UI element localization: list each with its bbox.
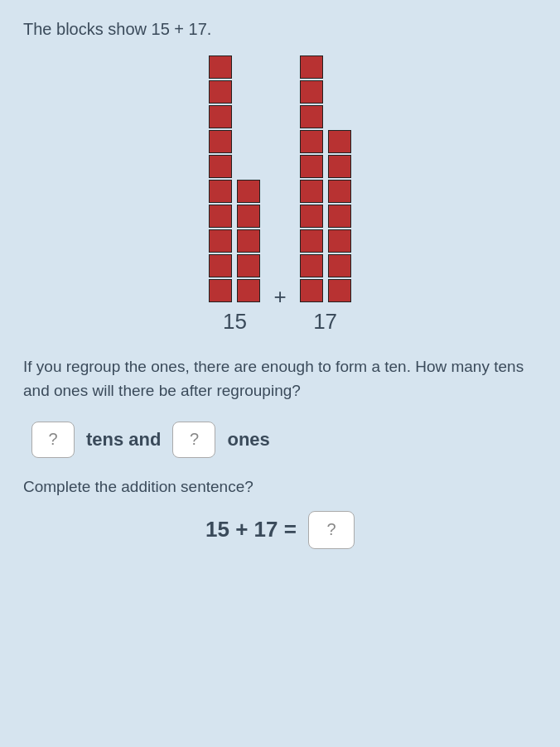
block bbox=[328, 254, 351, 277]
plus-sign: + bbox=[273, 284, 286, 335]
block bbox=[328, 229, 351, 253]
block bbox=[328, 130, 351, 153]
block bbox=[300, 229, 323, 253]
ones-answer-box[interactable]: ? bbox=[172, 422, 215, 458]
block bbox=[328, 205, 351, 228]
equation-answer-box[interactable]: ? bbox=[308, 511, 355, 549]
left-tens-column bbox=[209, 55, 232, 302]
complete-text: Complete the addition sentence? bbox=[23, 478, 537, 496]
block bbox=[209, 105, 232, 128]
block bbox=[209, 229, 232, 253]
block bbox=[209, 254, 232, 277]
block bbox=[300, 279, 323, 302]
block bbox=[300, 130, 323, 153]
blocks-area: 15 + bbox=[23, 55, 537, 335]
block bbox=[237, 205, 260, 228]
left-ones-column bbox=[237, 180, 260, 302]
block bbox=[209, 279, 232, 302]
block bbox=[300, 155, 323, 178]
left-number-group: 15 bbox=[209, 55, 260, 335]
block bbox=[237, 229, 260, 253]
block bbox=[300, 55, 323, 79]
block bbox=[237, 279, 260, 302]
block bbox=[328, 180, 351, 203]
block bbox=[237, 180, 260, 203]
block bbox=[237, 254, 260, 277]
equation-row: 15 + 17 = ? bbox=[23, 511, 537, 549]
right-number-group: 17 bbox=[300, 55, 351, 335]
block bbox=[209, 180, 232, 203]
left-number-label: 15 bbox=[223, 309, 247, 335]
block bbox=[300, 180, 323, 203]
left-columns bbox=[209, 55, 260, 302]
tens-answer-box[interactable]: ? bbox=[31, 422, 75, 458]
equation-text: 15 + 17 = bbox=[205, 517, 297, 542]
block bbox=[300, 80, 323, 104]
block bbox=[328, 279, 351, 302]
right-columns bbox=[300, 55, 351, 302]
intro-text: The blocks show 15 + 17. bbox=[23, 20, 537, 39]
description-text: If you regroup the ones, there are enoug… bbox=[23, 354, 537, 403]
block bbox=[209, 80, 232, 104]
block bbox=[300, 105, 323, 128]
block bbox=[209, 205, 232, 228]
right-tens-column bbox=[300, 55, 323, 302]
block bbox=[328, 155, 351, 178]
right-ones-column bbox=[328, 130, 351, 302]
tens-and-label: tens and bbox=[86, 429, 161, 451]
block bbox=[300, 205, 323, 228]
block bbox=[300, 254, 323, 277]
block bbox=[209, 155, 232, 178]
block bbox=[209, 55, 232, 79]
ones-label: ones bbox=[227, 429, 269, 451]
right-number-label: 17 bbox=[313, 309, 337, 335]
block bbox=[209, 130, 232, 153]
answer-row: ? tens and ? ones bbox=[23, 422, 537, 458]
